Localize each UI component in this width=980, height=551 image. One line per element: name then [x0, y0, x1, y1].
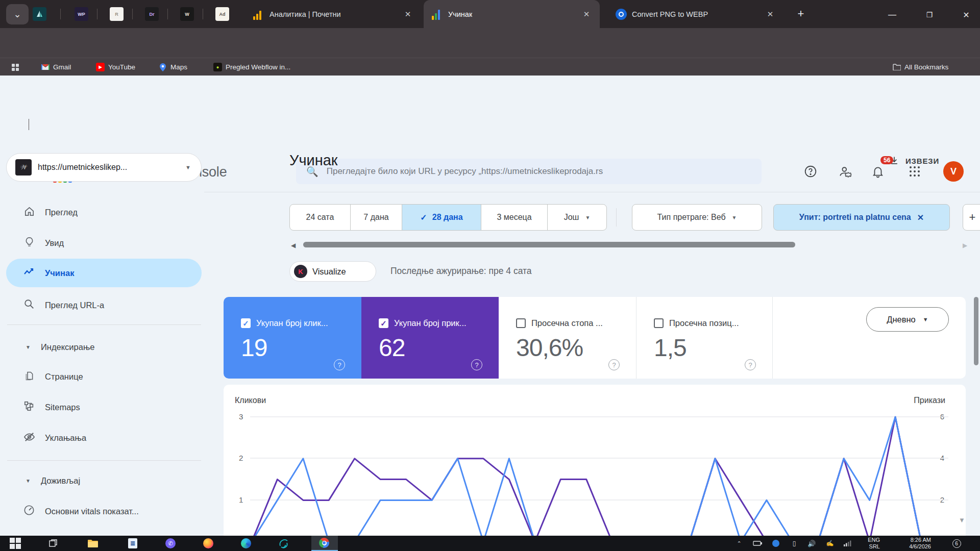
search-input[interactable] — [327, 166, 735, 177]
card-total-clicks[interactable]: ✓ Укупан број клик... 19 ? — [224, 297, 361, 379]
filter-24h[interactable]: 24 сата — [290, 205, 351, 230]
checkbox-unchecked-icon[interactable] — [654, 318, 664, 328]
bookmark-label: Gmail — [53, 63, 71, 71]
performance-line-chart[interactable] — [224, 385, 966, 536]
card-total-impressions[interactable]: ✓ Укупан број прик... 62 ? — [361, 297, 499, 379]
query-filter-chip[interactable]: Упит: portreti na platnu cena ✕ — [773, 204, 950, 231]
firefox-icon[interactable] — [202, 537, 214, 549]
hscroll-thumb[interactable] — [303, 242, 795, 247]
lightbulb-icon — [22, 236, 36, 250]
pinned-tab-w-icon[interactable]: W — [180, 7, 194, 21]
all-bookmarks-button[interactable]: All Bookmarks — [892, 61, 948, 73]
gsc-header: Google Search Console 🔍 56 V — [0, 76, 980, 116]
tab-search-chevron-icon[interactable]: ⌄ — [6, 4, 29, 24]
tab-close-icon[interactable]: ✕ — [764, 8, 776, 20]
help-icon[interactable]: ? — [334, 359, 345, 370]
user-settings-icon[interactable] — [837, 163, 853, 180]
teal-swirl-icon[interactable] — [278, 537, 290, 549]
filter-28d-selected[interactable]: ✓28 дана — [402, 205, 481, 230]
task-view-button[interactable] — [47, 537, 59, 549]
help-icon[interactable]: ? — [608, 359, 620, 370]
filter-3m[interactable]: 3 месеца — [481, 205, 548, 230]
sidebar-item-url-inspection[interactable]: Преглед URL-а — [0, 291, 204, 319]
export-button[interactable]: ИЗВЕЗИ — [889, 156, 939, 166]
tab-close-icon[interactable]: ✕ — [580, 8, 593, 20]
clock[interactable]: 8:26 AM 4/6/2026 — [889, 537, 931, 550]
notification-center-icon[interactable]: 6 — [950, 537, 963, 549]
property-url: https://umetnickeslikep... — [38, 163, 127, 172]
search-type-chip[interactable]: Тип претраге: Веб ▼ — [632, 204, 762, 231]
pinned-tab-sail-icon[interactable] — [33, 7, 46, 21]
maps-pin-icon — [158, 63, 167, 71]
scroll-down-hint-icon: ▼ — [959, 516, 965, 524]
sidebar-item-insights[interactable]: Увид — [0, 229, 204, 257]
pinned-tab-dr-icon[interactable]: Dr — [145, 7, 159, 21]
file-explorer-icon[interactable] — [87, 537, 99, 549]
chrome-taskbar-active[interactable] — [311, 536, 338, 551]
checkbox-checked-icon[interactable]: ✓ — [379, 318, 388, 328]
sidebar-section-indexing[interactable]: ▼ Индексирање — [0, 335, 204, 359]
check-icon: ✓ — [420, 213, 427, 222]
language-indicator[interactable]: ENG SRL — [861, 537, 880, 550]
help-icon[interactable] — [802, 163, 819, 180]
help-icon[interactable]: ? — [471, 359, 482, 370]
tab-analytics[interactable]: Аналитика | Почетни ✕ — [245, 0, 421, 28]
windows-taskbar: ≣ ✆ ⌃ ▯ 🔊 ✍ ENG SRL 8:26 AM 4/6/2026 6 — [0, 536, 980, 551]
hscroll-right-arrow[interactable]: ▶ — [963, 242, 967, 249]
sidebar-section-experience[interactable]: ▼ Доживљај — [0, 468, 204, 493]
card-average-ctr[interactable]: Просечна стопа ... 30,6% ? — [499, 297, 636, 379]
bookmark-gmail[interactable]: Gmail — [41, 61, 71, 73]
granularity-dropdown[interactable]: Дневно ▼ — [866, 307, 949, 332]
url-inspect-searchbox[interactable]: 🔍 — [296, 159, 762, 184]
sidebar-item-performance-selected[interactable]: Учинак — [6, 259, 202, 287]
edge-icon[interactable] — [240, 537, 252, 549]
notifications-bell-icon[interactable] — [870, 163, 886, 180]
filter-more[interactable]: Још▼ — [548, 205, 606, 230]
notification-badge: 56 — [880, 156, 893, 164]
window-maximize-button[interactable]: ❐ — [923, 8, 936, 21]
checkbox-checked-icon[interactable]: ✓ — [241, 318, 251, 328]
add-filter-chip[interactable]: + — [963, 204, 980, 231]
bookmark-webflow[interactable]: ● Pregled Webflow in... — [213, 61, 290, 73]
sidebar-item-removals[interactable]: Уклањања — [0, 423, 204, 452]
word-icon[interactable]: ≣ — [127, 537, 139, 549]
magnifier-icon — [22, 298, 36, 312]
speaker-icon: 🔊 — [805, 537, 818, 549]
tab-title: Convert PNG to WEBP — [632, 10, 708, 18]
search-console-icon — [432, 9, 443, 20]
account-avatar[interactable]: V — [943, 161, 964, 182]
vscroll-thumb[interactable] — [974, 297, 978, 365]
visualize-button[interactable]: K Visualize — [289, 261, 376, 282]
chrome-icon — [319, 538, 329, 548]
pinned-tab-wpseo-icon[interactable]: WP — [75, 7, 88, 21]
checkbox-unchecked-icon[interactable] — [516, 318, 526, 328]
bookmark-maps[interactable]: Maps — [158, 61, 187, 73]
property-selector[interactable]: 𝒲 https://umetnickeslikep... ▼ — [6, 153, 202, 182]
sidebar-item-pages[interactable]: Странице — [0, 362, 204, 391]
screen: ⌄ WP R Dr W Ad Аналитика | Почетни ✕ Учи… — [0, 0, 980, 551]
window-minimize-button[interactable]: — — [886, 8, 899, 21]
viber-icon[interactable]: ✆ — [164, 537, 177, 549]
help-icon[interactable]: ? — [745, 359, 756, 370]
card-average-position[interactable]: Просечна позиц... 1,5 ? — [636, 297, 772, 379]
card-label: Укупан број клик... — [256, 318, 328, 328]
tab-close-icon[interactable]: ✕ — [402, 8, 414, 20]
tab-performance-active[interactable]: Учинак ✕ — [424, 0, 600, 28]
start-button[interactable] — [9, 537, 21, 549]
tray-expand-icon[interactable]: ⌃ — [733, 537, 745, 549]
section-label: Доживљај — [41, 476, 80, 486]
sidebar-item-sitemaps[interactable]: Sitemaps — [0, 393, 204, 421]
sidebar-item-core-vitals[interactable]: Основни vitals показат... — [0, 497, 204, 525]
new-tab-button[interactable]: + — [794, 7, 807, 20]
apps-grid-icon[interactable] — [11, 61, 19, 73]
bookmark-youtube[interactable]: ▶ YouTube — [96, 61, 135, 73]
close-icon[interactable]: ✕ — [917, 213, 924, 222]
filter-7d[interactable]: 7 дана — [351, 205, 402, 230]
hscroll-left-arrow[interactable]: ◀ — [291, 242, 296, 249]
sidebar-item-overview[interactable]: Преглед — [0, 198, 204, 227]
pinned-tab-r-icon[interactable]: R — [110, 7, 124, 21]
sidebar-label: Уклањања — [45, 433, 86, 443]
pinned-tab-ad-icon[interactable]: Ad — [215, 7, 229, 21]
window-close-button[interactable]: ✕ — [960, 8, 973, 21]
tab-convert-webp[interactable]: Convert PNG to WEBP ✕ — [607, 0, 783, 28]
